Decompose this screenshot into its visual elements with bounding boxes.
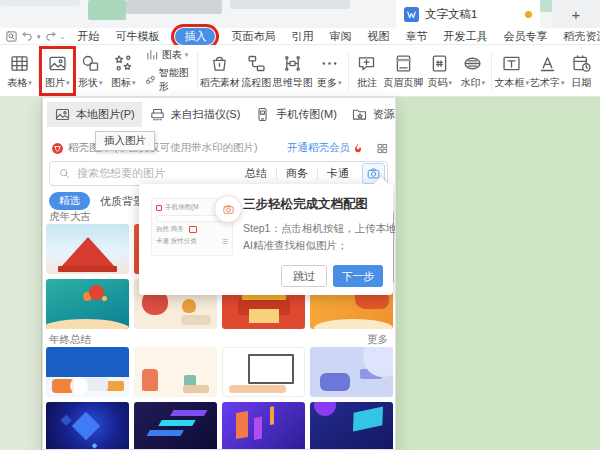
menu-tab-label: 插入 [175,28,215,45]
dropdown-caret-icon: ▾ [132,79,136,87]
table-icon [9,53,30,74]
insert-menu-item-本地图片(P)[interactable]: 本地图片(P) [47,102,142,127]
window-tab-bar: 文字文稿1 + [0,0,600,28]
new-tab-button[interactable]: + [552,0,600,28]
gallery-row [46,347,391,397]
ribbon-button-艺术字[interactable]: 艺术字▾ [530,48,565,94]
camera-icon [222,203,235,216]
wps-writer-window: 文字文稿1 + ▾ ⌄ 开始可牛模板插入页面布局引用审阅视图章节开发工具会员专享… [0,0,600,450]
insert-menu-item-手机传图(M)[interactable]: 手机传图(M) [247,102,344,127]
upgrade-member-link[interactable]: 开通稻壳会员 [287,141,364,155]
grid-view-icon[interactable] [376,142,389,155]
ribbon-button-页码[interactable]: 页码▾ [423,48,456,94]
ribbon-stack-chart-smartart: 图表▾智能图形 [140,48,195,94]
section-more-link[interactable]: 更多 [367,333,388,347]
gallery-section-header: 年终总结更多 [46,334,391,347]
search-tag-商务[interactable]: 商务 [277,166,317,181]
headerfooter-icon [393,53,414,74]
menu-tab-6[interactable]: 审阅 [321,28,359,44]
insert-menu-item-来自扫描仪(S)[interactable]: 来自扫描仪(S) [142,102,248,127]
ribbon-button-图标[interactable]: 图标▾ [107,48,140,94]
gallery-thumbnail[interactable] [310,347,393,397]
gallery-thumbnail[interactable] [46,279,129,329]
ribbon-button-批注[interactable]: 批注 [350,48,383,94]
menu-tab-7[interactable]: 视图 [359,28,397,44]
menu-tab-9[interactable]: 开发工具 [435,28,495,44]
search-tag-卡通[interactable]: 卡通 [318,166,358,181]
search-tag-总结[interactable]: 总结 [236,166,276,181]
gallery-thumbnail[interactable] [134,402,217,450]
dropdown-caret-icon: ▾ [526,79,530,87]
menu-tab-label: 视图 [367,29,389,44]
menu-tab-label: 页面布局 [231,29,275,44]
dropdown-caret-icon: ▾ [561,79,565,87]
ribbon-button-图片[interactable]: 图片▾ [41,48,74,94]
menu-tab-8[interactable]: 章节 [397,28,435,44]
gallery-thumbnail[interactable] [310,402,393,450]
ribbon-button-label: 稻壳素材 [200,76,240,90]
skip-button[interactable]: 跳过 [281,265,327,287]
image-search-box[interactable]: 搜索您想要的图片 总结商务卡通 [49,161,388,186]
ribbon-button-更多[interactable]: 更多▾ [313,48,346,94]
ribbon-button-智能图形[interactable]: 智能图形 [145,66,190,94]
menu-tab-2[interactable]: 可牛模板 [107,28,167,44]
wps-writer-icon [404,7,419,22]
ribbon-button-日期[interactable]: 日期 [565,48,598,94]
document-tab[interactable]: 文字文稿1 [396,0,540,28]
ribbon-button-图表[interactable]: 图表▾ [145,48,190,62]
ribbon-button-流程图[interactable]: 流程图 [240,48,273,94]
menu-tab-5[interactable]: 引用 [283,28,321,44]
insert-menu-item-资源夹图片[interactable]: 资源夹图片 [344,102,396,127]
collapse-ribbon-icon[interactable]: ⌄ [60,33,66,40]
date-icon [571,53,592,74]
gallery-thumbnail[interactable] [46,402,129,450]
redo-icon[interactable] [44,30,57,43]
picture-icon [54,106,71,123]
ribbon-group-separator [348,52,349,90]
document-canvas-area [396,97,600,450]
undo-caret-icon[interactable]: ▾ [37,33,41,40]
undo-icon[interactable] [21,30,34,43]
ribbon-button-label: 更多▾ [317,76,342,90]
ribbon-button-label: 智能图形 [159,66,190,94]
menu-tab-1[interactable]: 开始 [69,28,107,44]
gallery-thumbnail[interactable] [222,402,305,450]
menu-tab-label: 开始 [77,29,99,44]
ribbon-button-label: 图标▾ [111,76,136,90]
ribbon-button-形状[interactable]: 形状▾ [74,48,107,94]
ribbon-button-思维导图[interactable]: 思维导图 [273,48,313,94]
menu-tab-label: 章节 [405,29,427,44]
menu-tab-11[interactable]: 稻壳资源 [555,28,600,44]
mini-menu-icon: ☰ [222,238,228,246]
menu-tab-3[interactable]: 插入 [167,28,223,44]
tour-step-line1: Step1：点击相机按钮，上传本地图片， [243,222,396,236]
gallery-filter-tabs: 精选 优质背景 HOT [49,192,146,210]
menu-tab-4[interactable]: 页面布局 [223,28,283,44]
wordart-icon [537,53,558,74]
tour-mini-preview: 手机传图(M 自然 商务 卡通 按性分类☰ [151,198,233,256]
gallery-thumbnail[interactable] [46,224,129,274]
stars-icon [113,53,134,74]
ribbon-button-页眉页脚[interactable]: 页眉页脚 [383,48,423,94]
gallery-thumbnail[interactable] [46,347,129,397]
ribbon-button-文本框[interactable]: 文本框▾ [494,48,529,94]
tab-featured[interactable]: 精选 [49,192,90,210]
dropdown-caret-icon: ▾ [449,79,453,87]
ribbon-button-表格[interactable]: 表格▾ [3,48,36,94]
menu-tab-10[interactable]: 会员专享 [495,28,555,44]
ribbon-button-label: 水印▾ [461,76,486,90]
phone-icon [254,106,271,123]
gallery-thumbnail[interactable] [222,347,305,397]
gallery-section-title: 年终总结 [49,333,91,347]
quick-search-icon[interactable] [5,30,18,43]
tour-popup: 手机传图(M 自然 商务 卡通 按性分类☰ 三步轻松完成文档配图 Step1：点… [139,184,393,295]
menu-tab-label: 开发工具 [443,29,487,44]
gallery-thumbnail[interactable] [134,347,217,397]
next-step-button[interactable]: 下一步 [333,265,383,287]
background-patch [126,0,222,14]
picture-dropdown-panel: 本地图片(P)来自扫描仪(S)手机传图(M)资源夹图片 插入图片 稻壳图片 (非… [42,97,396,450]
ribbon-button-稻壳素材[interactable]: 稻壳素材 [200,48,240,94]
ribbon-button-水印[interactable]: 水印▾ [456,48,489,94]
watermark-icon [462,53,483,74]
ribbon-button-label: 日期 [572,76,592,90]
